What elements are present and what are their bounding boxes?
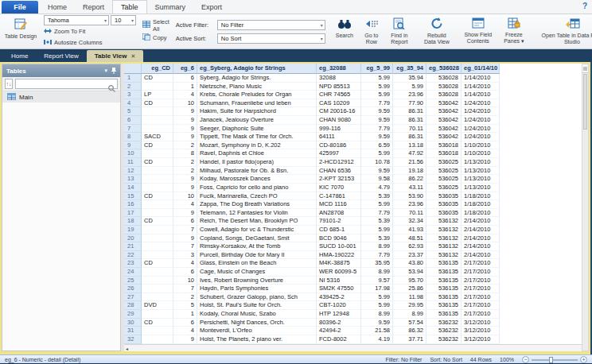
cell[interactable]: 9.59 xyxy=(361,167,393,176)
search-button[interactable]: Search xyxy=(330,15,359,48)
cell[interactable]: 536028 xyxy=(426,91,462,99)
cell[interactable]: 8 xyxy=(173,149,197,158)
cell[interactable]: 64111 xyxy=(317,133,361,141)
cell[interactable]: 536025 xyxy=(426,175,462,184)
cell[interactable]: 77.90 xyxy=(393,99,426,108)
cell[interactable]: 2 xyxy=(173,293,197,302)
cell[interactable]: Koday, Marosszek Dances xyxy=(197,175,317,184)
cell[interactable]: 9 xyxy=(173,184,197,192)
cell[interactable]: 1 xyxy=(173,310,197,319)
cell[interactable]: 86.31 xyxy=(393,133,426,141)
cell[interactable]: 86.31 xyxy=(393,107,426,116)
select-all-button[interactable]: Select All xyxy=(142,20,169,30)
table-row[interactable]: 139Koday, Marosszek Dances2-KPT 321539.5… xyxy=(124,175,582,184)
pin-icon[interactable] xyxy=(111,68,116,75)
cell[interactable]: 536042 xyxy=(426,125,462,134)
cell[interactable]: 4.79 xyxy=(361,184,393,192)
cell[interactable]: 1/24/2010 xyxy=(462,125,500,134)
cell[interactable]: 1 xyxy=(173,83,197,91)
cell[interactable]: 536042 xyxy=(426,133,462,141)
cell[interactable]: 2-KPT 32153 xyxy=(317,175,361,184)
table-row[interactable]: 329Holst, The Planets, 2 piano ver.FCD-8… xyxy=(124,335,582,344)
cell[interactable]: 9.59 xyxy=(361,133,393,141)
cell[interactable]: 1/14/2010 xyxy=(462,83,500,91)
table-row[interactable]: 246Cage, Music of ChangesWER 60099-58.99… xyxy=(124,268,582,277)
column-header[interactable]: eg_6 xyxy=(173,64,197,74)
cell[interactable]: 5.99 xyxy=(361,149,393,158)
cell[interactable] xyxy=(142,277,173,285)
cell[interactable]: 536025 xyxy=(426,158,462,167)
cell[interactable]: 8.99 xyxy=(361,268,393,277)
cell[interactable]: MCD 1116 xyxy=(317,200,361,209)
table-row[interactable]: 59Hakim, Suite for HarpsichordCM 20016-1… xyxy=(124,107,582,116)
go-to-row-button[interactable]: Go to Row xyxy=(359,15,384,48)
cell[interactable]: Cowell, Adagio for vc & Thunderstic xyxy=(197,226,317,234)
cell[interactable]: NI 5316 xyxy=(317,277,361,285)
cell[interactable]: Schubert, Grazer Galopp, piano, Sch xyxy=(197,293,317,302)
close-tab-icon[interactable]: ✕ xyxy=(130,53,135,60)
cell[interactable]: 32.34 xyxy=(393,217,426,226)
cell[interactable] xyxy=(142,226,173,234)
cell[interactable]: 2 xyxy=(173,158,197,167)
cell[interactable]: 536042 xyxy=(426,99,462,108)
cell[interactable] xyxy=(142,125,173,134)
cell[interactable]: Telemann, 12 Fantasies for Violin xyxy=(197,209,317,218)
cell[interactable]: CD xyxy=(142,192,173,201)
cell[interactable]: 10.78 xyxy=(361,158,393,167)
cell[interactable]: SM2K 47550 xyxy=(317,285,361,293)
cell[interactable]: 86.31 xyxy=(393,116,426,125)
cell[interactable]: 29.95 xyxy=(393,301,426,310)
tab-home[interactable]: Home xyxy=(40,0,75,14)
cell[interactable] xyxy=(142,116,173,125)
column-header[interactable]: eg_35_94 xyxy=(393,64,426,74)
cell[interactable]: 9 xyxy=(173,133,197,141)
cell[interactable]: 5.99 xyxy=(361,91,393,99)
cell[interactable] xyxy=(142,175,173,184)
tab-table[interactable]: Table xyxy=(112,0,147,14)
cell[interactable]: KIC 7070 xyxy=(317,184,361,192)
cell[interactable]: Ives, Robert Browning Overture xyxy=(197,277,317,285)
cell[interactable]: AN28708 xyxy=(317,209,361,218)
cell[interactable]: 536135 xyxy=(426,268,462,277)
cell[interactable]: CD xyxy=(142,74,173,83)
scrollbar-thumb[interactable] xyxy=(583,74,587,130)
cell[interactable] xyxy=(142,83,173,91)
scrollbar-top-button[interactable] xyxy=(582,64,588,73)
table-row[interactable]: 28DVD5Holst, St. Paul's Suite for Orch.C… xyxy=(124,301,582,310)
tab-report[interactable]: Report xyxy=(75,0,112,14)
table-design-button[interactable]: Table Design xyxy=(4,15,37,48)
cell[interactable]: Fucik, Marinarella, Czech PO xyxy=(197,192,317,201)
table-row[interactable]: 8SACD9Tippett, The Mask of Time for Orch… xyxy=(124,133,582,141)
cell[interactable]: 6 xyxy=(173,217,197,226)
cell[interactable]: Nietzsche, Piano Music xyxy=(197,83,317,91)
cell[interactable]: 9.59 xyxy=(361,319,393,327)
cell[interactable]: 35.94 xyxy=(393,74,426,83)
cell[interactable]: 7 xyxy=(173,285,197,293)
cell[interactable]: 21.58 xyxy=(361,327,393,335)
cell[interactable]: 536025 xyxy=(426,167,462,176)
cell[interactable]: 536132 xyxy=(426,217,462,226)
sort-toggle-button[interactable]: ↑↓ xyxy=(5,79,13,89)
cell[interactable]: 425997 xyxy=(317,149,361,158)
cell[interactable]: CD xyxy=(142,158,173,167)
table-row[interactable]: 267Haydn, Paris SymphoniesSM2K 4755017.9… xyxy=(124,285,582,293)
scroll-left-icon[interactable]: ◂ xyxy=(126,346,128,351)
cell[interactable]: 4 xyxy=(173,259,197,268)
cell[interactable]: 9.58 xyxy=(361,175,393,184)
cell[interactable]: 2/17/2010 xyxy=(462,285,500,293)
cell[interactable]: CHAN 6536 xyxy=(317,167,361,176)
help-icon[interactable]: ? xyxy=(582,2,587,10)
cell[interactable]: 1/10/2010 xyxy=(462,141,500,150)
cell[interactable]: 1/10/2010 xyxy=(462,149,500,158)
cell[interactable]: 70.11 xyxy=(393,125,426,134)
cell[interactable]: 43.80 xyxy=(393,259,426,268)
cell[interactable]: 5.99 xyxy=(361,83,393,91)
active-filter-select[interactable]: No Filter ▾ xyxy=(217,20,325,30)
cell[interactable]: 2 xyxy=(173,141,197,150)
zoom-to-fit-button[interactable]: Zoom To Fit xyxy=(44,26,85,37)
cell[interactable]: 4 xyxy=(173,327,197,335)
cell[interactable]: 536018 xyxy=(426,149,462,158)
table-row[interactable]: 197Cowell, Adagio for vc & ThundersticCD… xyxy=(124,226,582,234)
active-sort-select[interactable]: No Sort ▾ xyxy=(217,33,325,44)
cell[interactable]: 4 xyxy=(173,200,197,209)
